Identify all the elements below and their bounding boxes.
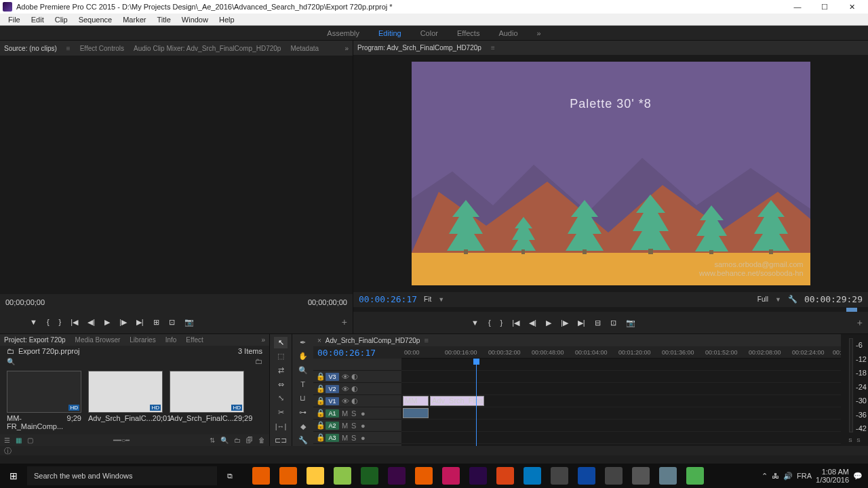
minimize-button[interactable]: — [784,1,811,13]
folder-icon[interactable]: 🗀 [255,357,262,365]
bin-item[interactable]: HD MM-FR_MainComp...9;29 [7,371,81,430]
wrench-icon[interactable]: 🔧 [788,295,797,304]
frame-fwd-icon[interactable]: |▶ [561,319,568,327]
list-view-icon[interactable]: ☰ [4,436,10,444]
type-tool-icon[interactable]: T [296,379,310,390]
timeline-ruler[interactable]: 00:00 00:00:16:00 00:00:32:00 00:00:48:0… [401,346,841,359]
camera-icon[interactable]: 📷 [626,319,635,327]
taskbar-app[interactable] [384,465,410,487]
quality-dropdown-icon[interactable]: ▼ [775,296,781,303]
pen-tool-icon[interactable]: ✒ [296,337,310,348]
ws-assembly[interactable]: Assembly [327,29,359,37]
tab-project[interactable]: Project: Export 720p [4,336,66,344]
tab-libraries[interactable]: Libraries [130,336,155,344]
ripple-tool-icon[interactable]: ⇄ [274,365,288,376]
maximize-button[interactable]: ☐ [811,1,838,13]
close-button[interactable]: ✕ [838,1,865,13]
step-fwd-icon[interactable]: |▶ [119,318,127,327]
tray-volume-icon[interactable]: 🔊 [783,472,793,481]
icon-view-icon[interactable]: ▦ [16,436,22,444]
taskbar-app[interactable] [275,465,301,487]
hand-tool-icon[interactable]: ✋ [296,351,310,363]
playhead[interactable] [476,359,477,446]
rolling-tool-icon[interactable]: ⇔ [274,379,288,390]
tab-source[interactable]: Source: (no clips) [4,45,57,52]
taskbar-app[interactable] [519,465,545,487]
ws-color[interactable]: Color [420,29,438,37]
taskbar-app[interactable] [547,465,572,487]
taskbar-app[interactable] [465,465,491,487]
menu-marker[interactable]: Marker [117,16,151,24]
search-icon[interactable]: 🔍 [7,358,15,365]
menu-file[interactable]: File [3,16,26,24]
marker2-icon[interactable]: ◆ [296,421,310,432]
freeform-icon[interactable]: ▢ [27,436,33,444]
track-v2[interactable]: V2 [326,385,339,393]
linked-icon[interactable]: ⊶ [296,407,310,418]
tab-audio-mixer[interactable]: Audio Clip Mixer: Adv_Srch_FinalComp_HD7… [134,45,281,52]
add-button-icon[interactable]: + [342,317,347,327]
mark-in-icon[interactable]: ▼ [30,318,37,326]
overwrite-icon[interactable]: ⊡ [169,318,175,327]
program-tc[interactable]: 00:00:26:17 [359,294,417,304]
trash-icon[interactable]: 🗑 [258,436,265,444]
new-bin-icon[interactable]: 🗀 [234,436,241,444]
tab-effect[interactable]: Effect [186,336,203,344]
zoom-tool-icon[interactable]: 🔍 [296,365,310,376]
taskbar-app[interactable] [411,465,437,487]
tray-network-icon[interactable]: 🖧 [772,472,779,480]
timeline-tracks[interactable]: MM Adv_Srch_Fina [401,359,841,446]
menu-sequence[interactable]: Sequence [73,16,118,24]
taskbar-app[interactable] [248,465,274,487]
prog-add-button-icon[interactable]: + [857,317,863,328]
taskbar-app[interactable] [330,465,355,487]
slip-tool-icon[interactable]: |↔| [274,421,288,432]
taskbar-app[interactable] [492,465,518,487]
in-icon[interactable]: { [488,319,491,327]
go-out-icon[interactable]: ▶| [136,318,144,327]
sort-icon[interactable]: ⇅ [210,436,215,444]
track-v1[interactable]: V1 [326,397,339,405]
menu-help[interactable]: Help [214,16,240,24]
insert-icon[interactable]: ⊞ [153,318,159,327]
taskbar-app[interactable] [655,465,681,487]
taskbar-app[interactable] [682,465,708,487]
audio-clip[interactable] [403,408,429,418]
source-tabs-more-icon[interactable]: » [344,45,349,52]
tab-media-browser[interactable]: Media Browser [75,336,121,344]
zoom-dropdown-icon[interactable]: ▼ [438,296,444,303]
taskbar-app[interactable] [628,465,654,487]
taskbar-app[interactable] [438,465,464,487]
task-view-icon[interactable]: ⧉ [217,465,243,487]
out-icon[interactable]: } [500,319,503,327]
taskbar-app[interactable] [574,465,599,487]
extract-icon[interactable]: ⊡ [610,319,616,327]
tab-info[interactable]: Info [165,336,177,344]
program-monitor[interactable]: Palette 30' *8 samos.orboda@gmail.com ww… [353,55,868,292]
step-back-icon[interactable]: ◀| [87,318,95,327]
menu-edit[interactable]: Edit [26,16,50,24]
track-v3[interactable]: V3 [326,373,339,381]
program-play-icon[interactable]: ▶ [546,319,551,327]
project-tabs-more-icon[interactable]: » [261,336,265,344]
bin-item[interactable]: HD Adv_Srch_FinalC...20;01 [88,371,163,430]
ws-editing[interactable]: Editing [378,29,401,37]
find-icon[interactable]: 🔍 [220,436,229,444]
track-a3[interactable]: A3 [326,434,339,442]
taskbar-app[interactable] [357,465,382,487]
timeline-tc[interactable]: 00:00:26:17 [313,346,401,359]
taskbar-clock[interactable]: 1:08 AM 1/30/2016 [816,468,849,484]
razor-tool-icon[interactable]: ✂ [274,407,288,418]
selection-tool-icon[interactable]: ↖ [274,337,288,348]
sequence-name[interactable]: Adv_Srch_FinalComp_HD720p [326,337,420,344]
clip-mm[interactable]: MM [403,396,429,406]
ws-effects[interactable]: Effects [457,29,479,37]
taskbar-app[interactable] [302,465,328,487]
new-item-icon[interactable]: 🗐 [246,436,253,444]
go-end-icon[interactable]: ▶| [578,319,585,327]
track-a2[interactable]: A2 [326,422,339,430]
mark-out-icon[interactable]: { [47,318,50,326]
tab-program[interactable]: Program: Adv_Srch_FinalComp_HD720p [357,44,481,52]
track-select-tool-icon[interactable]: ⬚ [274,351,288,363]
taskbar-app[interactable] [601,465,627,487]
